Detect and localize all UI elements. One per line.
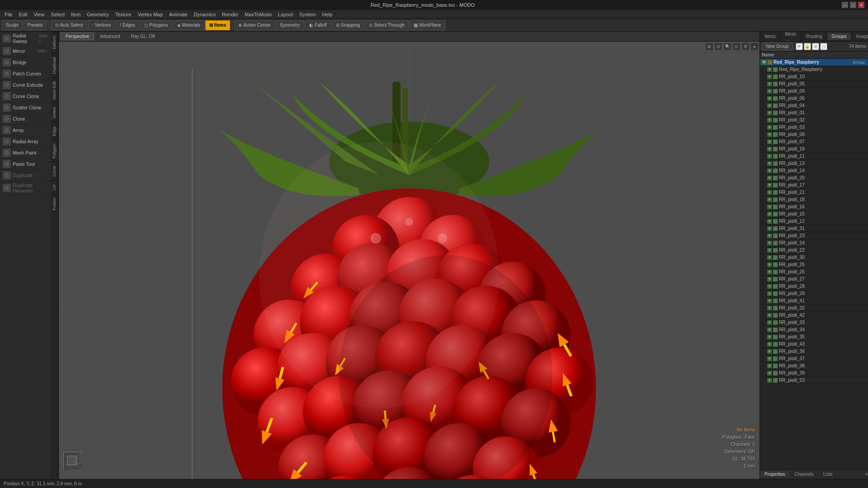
tab-items[interactable]: Items <box>760 33 780 40</box>
tab-perspective[interactable]: Perspective <box>61 33 94 40</box>
maximize-button[interactable]: □ <box>850 2 856 8</box>
tool-item-array[interactable]: ⬡Array <box>0 125 51 136</box>
menu-render[interactable]: Render <box>219 11 241 18</box>
item-visibility-icon[interactable]: 👁 <box>767 154 772 159</box>
item-visibility-icon[interactable]: 👁 <box>767 320 772 325</box>
scene-item[interactable]: 👁RR_pistil_16 <box>760 203 868 211</box>
scene-item[interactable]: 👁RR_pistil_11 <box>760 153 868 160</box>
side-tab-curve[interactable]: Curve <box>51 162 58 180</box>
tool-item-mirror[interactable]: ⬡MirrorShift-↑ <box>0 46 51 57</box>
side-tab-uv[interactable]: UV <box>51 180 58 194</box>
item-visibility-icon[interactable]: 👁 <box>767 161 772 166</box>
scene-item[interactable]: 👁RR_pistil_12 <box>760 218 868 225</box>
side-tab-fusion[interactable]: Fusion <box>51 194 58 214</box>
item-visibility-icon[interactable]: 👁 <box>767 284 772 289</box>
scene-item[interactable]: 👁RR_pistil_07 <box>760 138 868 145</box>
menu-help[interactable]: Help <box>320 11 335 18</box>
item-visibility-icon[interactable]: 👁 <box>767 248 772 253</box>
scene-icon-1[interactable]: 👁 <box>796 43 803 50</box>
item-visibility-icon[interactable]: 👁 <box>767 371 772 375</box>
item-visibility-icon[interactable]: 👁 <box>767 125 772 130</box>
item-visibility-icon[interactable]: 👁 <box>767 147 772 151</box>
scene-item[interactable]: 👁RR_pistil_02 <box>760 117 868 124</box>
item-visibility-icon[interactable]: 👁 <box>767 241 772 245</box>
item-visibility-icon[interactable]: 👁 <box>767 212 772 216</box>
materials-button[interactable]: ◈ Materials <box>173 20 205 30</box>
tab-ray-gl[interactable]: Ray GL: Off <box>126 33 160 40</box>
menu-select[interactable]: Select <box>48 11 67 18</box>
item-visibility-icon[interactable]: 👁 <box>767 306 772 310</box>
symmetry-button[interactable]: Symmetry <box>276 20 304 30</box>
scene-item[interactable]: 👁RR_pistil_35 <box>760 333 868 341</box>
scene-item[interactable]: 👁RR_pistil_22 <box>760 247 868 254</box>
scene-item[interactable]: 👁RR_pistil_28 <box>760 283 868 290</box>
item-visibility-icon[interactable]: 👁 <box>767 263 772 267</box>
tab-mesh[interactable]: Mesh .... <box>780 31 801 42</box>
scene-item[interactable]: 👁Red_Ripe_Raspberry <box>760 66 868 73</box>
workplane-button[interactable]: ▦ WorkPlane <box>410 20 445 30</box>
tool-item-patch-curves[interactable]: ⬡Patch Curves <box>0 68 51 80</box>
tab-images[interactable]: Images <box>851 33 868 40</box>
scene-item[interactable]: 👁RR_pistil_17 <box>760 182 868 189</box>
close-button[interactable]: ✕ <box>858 2 864 8</box>
item-visibility-icon[interactable]: 👁 <box>767 96 772 101</box>
scene-item[interactable]: 👁RR_pistil_42 <box>760 312 868 319</box>
viewport[interactable]: Perspective Advanced Ray GL: Off <box>59 32 760 479</box>
new-group-button[interactable]: New Group <box>762 42 793 51</box>
side-tab-duplicate[interactable]: Duplicate <box>51 53 58 78</box>
scene-item[interactable]: 👁RR_pistil_01 <box>760 109 868 117</box>
minimize-button[interactable]: – <box>842 2 848 8</box>
item-visibility-icon[interactable]: 👁 <box>767 75 772 79</box>
scene-item[interactable]: 👁RR_pistil_13 <box>760 160 868 167</box>
action-center-button[interactable]: ⊕ Action Center <box>234 20 275 30</box>
item-visibility-icon[interactable]: 👁 <box>767 190 772 195</box>
scene-item[interactable]: 👁RR_pistil_31 <box>760 225 868 232</box>
navigation-cube[interactable] <box>63 452 81 470</box>
item-visibility-icon[interactable]: 👁 <box>767 140 772 144</box>
menu-maxtomodo[interactable]: MaxToModo <box>242 11 274 18</box>
scene-item[interactable]: 👁RR_pistil_14 <box>760 167 868 174</box>
tab-properties[interactable]: Properties <box>760 471 790 478</box>
scene-item[interactable]: 👁RR_pistil_33 <box>760 319 868 326</box>
item-visibility-icon[interactable]: 👁 <box>767 111 772 115</box>
viewport-icon-3[interactable]: 🔍 <box>723 42 731 51</box>
scene-item[interactable]: 👁RR_pistil_10 <box>760 73 868 80</box>
item-visibility-icon[interactable]: 👁 <box>767 67 772 72</box>
menu-geometry[interactable]: Geometry <box>84 11 111 18</box>
menu-view[interactable]: View <box>31 11 47 18</box>
group-action-button[interactable]: Group <box>851 60 866 65</box>
expand-button[interactable]: + <box>865 471 868 478</box>
scene-item[interactable]: 👁RR_pistil_09 <box>760 88 868 95</box>
item-visibility-icon[interactable]: 👁 <box>767 118 772 122</box>
scene-item[interactable]: 👁RR_pistil_04 <box>760 102 868 109</box>
menu-system[interactable]: System <box>297 11 319 18</box>
item-visibility-icon[interactable]: 👁 <box>767 132 772 137</box>
scene-item[interactable]: 👁RR_pistil_19 <box>760 145 868 153</box>
scene-item[interactable]: 👁RR_pistil_06 <box>760 95 868 102</box>
item-visibility-icon[interactable]: 👁 <box>767 169 772 173</box>
item-visibility-icon[interactable]: 👁 <box>767 313 772 318</box>
item-visibility-icon[interactable]: 👁 <box>767 197 772 202</box>
falloff-button[interactable]: ◐ Falloff <box>305 20 331 30</box>
side-tab-polygon[interactable]: Polygon <box>51 140 58 162</box>
tab-shading[interactable]: Shading <box>801 33 827 40</box>
scene-item[interactable]: 👁RR_pistil_20 <box>760 174 868 182</box>
item-visibility-icon[interactable]: 👁 <box>767 226 772 231</box>
menu-vertex-map[interactable]: Vertex Map <box>135 11 166 18</box>
scene-item[interactable]: 👁RR_pistil_29 <box>760 290 868 297</box>
menu-texture[interactable]: Texture <box>113 11 134 18</box>
scene-item[interactable]: 👁RR_pistil_53 <box>760 377 868 384</box>
tool-item-radial-array[interactable]: ⬡Radial Array <box>0 136 51 147</box>
item-visibility-icon[interactable]: 👁 <box>762 60 766 65</box>
tool-item-curve-extrude[interactable]: ⬡Curve Extrude <box>0 80 51 91</box>
item-visibility-icon[interactable]: 👁 <box>767 176 772 180</box>
item-visibility-icon[interactable]: 👁 <box>767 89 772 94</box>
scene-item[interactable]: 👁RR_pistil_27 <box>760 276 868 283</box>
tab-groups[interactable]: Groups <box>827 33 852 40</box>
viewport-icon-1[interactable]: ⊞ <box>705 42 713 51</box>
select-through-button[interactable]: ⊙ Select Through <box>365 20 409 30</box>
item-visibility-icon[interactable]: 👁 <box>767 328 772 332</box>
menu-file[interactable]: File <box>2 11 15 18</box>
snapping-button[interactable]: ⊟ Snapping <box>332 20 364 30</box>
tool-item-clone[interactable]: ⬡Clone <box>0 113 51 125</box>
